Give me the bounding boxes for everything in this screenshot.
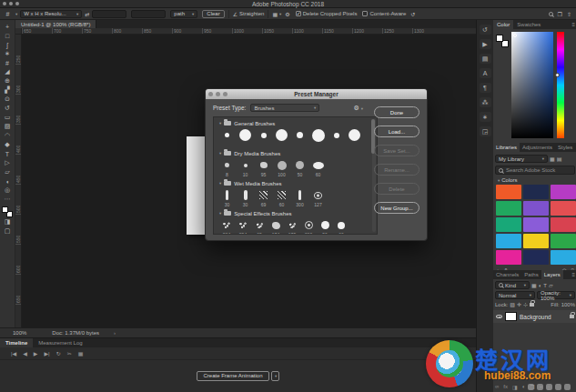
- fill-value[interactable]: 100%: [561, 302, 575, 307]
- brush-preset[interactable]: 300: [303, 218, 314, 235]
- rename-button[interactable]: Rename...: [374, 164, 419, 176]
- brush-settings-panel-icon[interactable]: ∗: [480, 112, 491, 122]
- crop-ratio-dropdown[interactable]: W x H x Resolu...▾: [20, 10, 82, 18]
- library-color-swatch[interactable]: [523, 201, 549, 216]
- brush-preset[interactable]: 50: [319, 218, 330, 235]
- panel-menu-icon[interactable]: ≡: [571, 22, 575, 27]
- layer-row[interactable]: Background: [493, 310, 576, 323]
- animation-type-caret-icon[interactable]: ▾: [271, 371, 279, 381]
- brush-preset[interactable]: 60: [276, 188, 288, 207]
- brush-preset[interactable]: 50: [294, 158, 306, 177]
- blend-mode-dropdown[interactable]: Normal▾: [495, 291, 535, 299]
- brush-preset[interactable]: [221, 128, 233, 147]
- new-group-icon[interactable]: ❐: [530, 384, 534, 390]
- color-picker-marker[interactable]: [513, 34, 517, 37]
- loop-icon[interactable]: ↻: [56, 350, 61, 357]
- tab-adjustments[interactable]: Adjustments: [520, 143, 555, 152]
- layer-name[interactable]: Background: [520, 314, 567, 320]
- gradient-tool-icon[interactable]: ▨: [2, 122, 14, 131]
- play-icon[interactable]: ▶: [34, 350, 38, 357]
- brush-group-header[interactable]: ▾ General Brushes: [214, 119, 377, 127]
- next-frame-icon[interactable]: ▶|: [44, 350, 49, 357]
- path-select-tool-icon[interactable]: ▷: [2, 158, 14, 167]
- foreground-color-swatch[interactable]: [2, 206, 8, 213]
- brush-tool-icon[interactable]: ▞: [2, 85, 14, 95]
- hue-slider-marker[interactable]: [555, 73, 560, 77]
- marquee-tool-icon[interactable]: □: [2, 31, 14, 40]
- prev-frame-icon[interactable]: ◀: [23, 350, 27, 357]
- quick-selection-tool-icon[interactable]: ∗: [2, 49, 14, 58]
- library-color-swatch[interactable]: [496, 185, 521, 199]
- delete-cropped-pixels-checkbox[interactable]: [296, 11, 301, 16]
- brush-preset[interactable]: 175: [287, 218, 298, 235]
- shape-tool-icon[interactable]: ▱: [2, 167, 14, 176]
- library-color-swatch[interactable]: [523, 234, 549, 248]
- list-view-icon[interactable]: ▤: [557, 156, 562, 162]
- lock-all-icon[interactable]: [530, 303, 534, 307]
- done-button[interactable]: Done: [374, 106, 419, 118]
- history-panel-icon[interactable]: ↺: [480, 25, 491, 35]
- layer-thumbnail[interactable]: [505, 312, 517, 321]
- layer-visibility-eye-icon[interactable]: [496, 315, 502, 318]
- properties-panel-icon[interactable]: ◲: [480, 126, 491, 136]
- document-tab[interactable]: Untitled-1 @ 100% (RGB/8*): [15, 20, 96, 28]
- blur-tool-icon[interactable]: ◠: [2, 131, 14, 140]
- disclosure-icon[interactable]: ▾: [219, 211, 221, 216]
- swap-dimensions-icon[interactable]: ⇄: [85, 11, 89, 17]
- brush-preset[interactable]: 174: [270, 218, 281, 235]
- library-color-swatch[interactable]: [496, 201, 521, 216]
- opacity-field[interactable]: Opacity: 100%▾: [537, 291, 575, 299]
- brush-preset[interactable]: [276, 128, 288, 147]
- library-color-swatch[interactable]: [551, 217, 576, 232]
- tab-layers[interactable]: Layers: [541, 270, 563, 279]
- tab-paths[interactable]: Paths: [521, 270, 541, 279]
- create-frame-animation-button[interactable]: Create Frame Animation: [197, 371, 268, 381]
- disclosure-icon[interactable]: ▾: [219, 151, 221, 156]
- overlay-options-icon[interactable]: ▦: [272, 11, 278, 17]
- character-panel-icon[interactable]: A: [480, 68, 491, 78]
- filter-type-layers-icon[interactable]: T: [543, 283, 547, 288]
- pen-tool-icon[interactable]: ◆: [2, 140, 14, 149]
- disclosure-icon[interactable]: ▾: [498, 178, 500, 183]
- crop-tool-icon[interactable]: #: [2, 58, 14, 67]
- brush-preset[interactable]: [258, 128, 269, 147]
- brush-preset[interactable]: 30: [239, 188, 251, 207]
- saturation-brightness-picker[interactable]: [511, 32, 553, 138]
- delete-layer-icon[interactable]: ▯: [547, 384, 550, 390]
- quick-mask-icon[interactable]: ◨: [2, 217, 14, 226]
- reset-tool-icon[interactable]: ↺: [410, 11, 415, 17]
- tab-timeline[interactable]: Timeline: [0, 338, 33, 347]
- crop-tool-icon[interactable]: #: [2, 9, 14, 18]
- library-color-swatch[interactable]: [496, 234, 521, 248]
- grid-view-icon[interactable]: ▦: [550, 156, 555, 162]
- library-search-field[interactable]: Search Adobe Stock: [495, 166, 575, 175]
- filter-shape-layers-icon[interactable]: ▱: [549, 282, 553, 288]
- brush-preset[interactable]: 10: [239, 158, 251, 177]
- brush-preset[interactable]: [312, 128, 324, 147]
- brush-preset[interactable]: 69: [254, 218, 265, 235]
- brush-group-header[interactable]: ▾ Special Effects Brushes: [214, 209, 377, 217]
- crop-settings-gear-icon[interactable]: ⚙: [285, 11, 289, 17]
- type-tool-icon[interactable]: T: [2, 149, 14, 158]
- lock-transparency-icon[interactable]: ▨: [510, 301, 515, 307]
- library-color-swatch[interactable]: [551, 201, 576, 216]
- foreground-color-swatch[interactable]: [496, 35, 503, 42]
- tab-color[interactable]: Color: [493, 20, 513, 29]
- paragraph-panel-icon[interactable]: ¶: [480, 83, 491, 93]
- disclosure-icon[interactable]: ▾: [219, 181, 221, 186]
- filter-adjustment-layers-icon[interactable]: ◐: [539, 283, 542, 288]
- zoom-level-field[interactable]: 100%: [13, 330, 26, 336]
- brush-preset[interactable]: 294: [237, 218, 248, 235]
- tab-swatches[interactable]: Swatches: [513, 20, 544, 29]
- healing-brush-tool-icon[interactable]: ⊕: [2, 76, 14, 85]
- content-aware-checkbox[interactable]: [362, 11, 368, 16]
- workspace-icon[interactable]: ❐: [558, 11, 562, 17]
- new-layer-icon[interactable]: +: [540, 384, 543, 390]
- brush-preset[interactable]: 300: [294, 188, 306, 207]
- color-fg-bg-swatches[interactable]: [496, 35, 509, 47]
- edit-toolbar-icon[interactable]: ⋯: [2, 195, 14, 204]
- load-button[interactable]: Load...: [374, 126, 419, 137]
- status-chevron-icon[interactable]: ›: [114, 330, 116, 336]
- layer-filter-dropdown[interactable]: Kind▾: [495, 281, 530, 289]
- tab-styles[interactable]: Styles: [555, 143, 575, 152]
